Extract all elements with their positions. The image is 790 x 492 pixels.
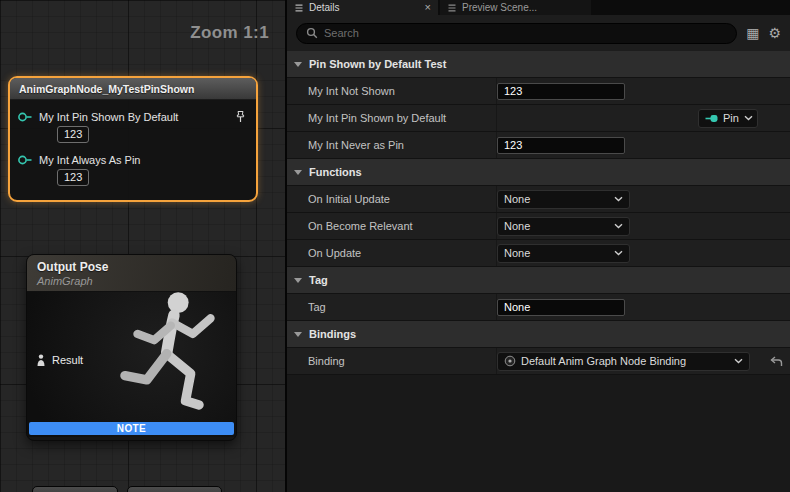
property-row: On Become Relevant None xyxy=(287,213,790,240)
binding-dropdown[interactable]: Default Anim Graph Node Binding xyxy=(497,352,750,371)
section-header[interactable]: Pin Shown by Default Test xyxy=(287,51,790,78)
dropdown-value: None xyxy=(504,247,530,259)
partial-node[interactable] xyxy=(127,486,222,492)
node-title: Output Pose xyxy=(37,260,226,274)
int-value-input[interactable] xyxy=(497,83,625,100)
property-row: My Int Pin Shown by Default Pin xyxy=(287,105,790,132)
section-title: Functions xyxy=(309,166,362,178)
function-dropdown[interactable]: None xyxy=(497,217,630,236)
property-row: My Int Never as Pin xyxy=(287,132,790,159)
property-label: My Int Not Shown xyxy=(287,78,497,104)
property-matrix-icon[interactable]: ▦ xyxy=(746,26,759,40)
details-toolbar: ▦ ⚙ xyxy=(287,15,790,51)
thumbtack-icon[interactable] xyxy=(235,110,246,123)
pin-row[interactable]: My Int Always As Pin xyxy=(10,150,256,167)
reset-to-default-icon[interactable] xyxy=(770,356,783,367)
node-body: Result NOTE xyxy=(27,292,236,437)
zoom-indicator: Zoom 1:1 xyxy=(190,23,269,43)
int-pin-icon[interactable] xyxy=(17,111,33,123)
pin-value-input[interactable]: 123 xyxy=(57,126,89,143)
pin-mode-dropdown[interactable]: Pin xyxy=(698,109,758,128)
property-row: Binding Default Anim Graph Node Binding xyxy=(287,348,790,375)
section-title: Pin Shown by Default Test xyxy=(309,58,446,70)
note-badge[interactable]: NOTE xyxy=(29,422,234,435)
chevron-down-icon xyxy=(294,170,302,175)
property-label: On Initial Update xyxy=(287,186,497,212)
tab-label: Details xyxy=(309,2,340,13)
section-title: Bindings xyxy=(309,328,356,340)
property-label: On Become Relevant xyxy=(287,213,497,239)
section-title: Tag xyxy=(309,274,328,286)
output-node-header[interactable]: Output Pose AnimGraph xyxy=(27,255,236,292)
result-pin-label: Result xyxy=(52,354,83,366)
chevron-down-icon xyxy=(614,250,623,256)
anim-graph-canvas[interactable]: Zoom 1:1 AnimGraphNode_MyTestPinShown My… xyxy=(0,0,285,492)
tab-preview-scene[interactable]: Preview Scene... xyxy=(440,0,591,15)
search-box[interactable] xyxy=(296,23,737,44)
pin-icon xyxy=(705,114,718,123)
result-pin[interactable]: Result xyxy=(36,354,83,366)
unreal-anim-editor: Zoom 1:1 AnimGraphNode_MyTestPinShown My… xyxy=(0,0,790,492)
pin-row[interactable]: My Int Pin Shown By Default xyxy=(10,106,256,124)
chevron-down-icon xyxy=(744,115,753,121)
node-body: My Int Pin Shown By Default 123 My Int A… xyxy=(10,100,256,200)
node-title[interactable]: AnimGraphNode_MyTestPinShown xyxy=(10,78,256,100)
search-icon xyxy=(306,27,318,39)
partial-node[interactable] xyxy=(32,486,118,492)
search-input[interactable] xyxy=(324,27,727,39)
chevron-down-icon xyxy=(294,332,302,337)
node-subtitle: AnimGraph xyxy=(37,275,226,287)
close-icon[interactable]: × xyxy=(425,2,431,13)
tab-label: Preview Scene... xyxy=(462,2,537,13)
section-header[interactable]: Functions xyxy=(287,159,790,186)
details-tab-icon xyxy=(294,3,304,13)
property-list: Pin Shown by Default Test My Int Not Sho… xyxy=(287,51,790,492)
details-panel: Details × Preview Scene... ▦ ⚙ xyxy=(285,0,790,492)
property-label: My Int Never as Pin xyxy=(287,132,497,158)
section-header[interactable]: Bindings xyxy=(287,321,790,348)
panel-tab-bar: Details × Preview Scene... xyxy=(287,0,790,15)
property-label: My Int Pin Shown by Default xyxy=(287,105,497,131)
mannequin-image xyxy=(110,288,237,434)
dropdown-value: Default Anim Graph Node Binding xyxy=(521,355,686,367)
tag-input[interactable] xyxy=(497,299,625,316)
property-row: My Int Not Shown xyxy=(287,78,790,105)
binding-icon xyxy=(504,355,516,367)
chevron-down-icon xyxy=(294,278,302,283)
property-row: On Update None xyxy=(287,240,790,267)
chevron-down-icon xyxy=(734,358,743,364)
pose-pin-icon[interactable] xyxy=(36,354,46,366)
int-pin-icon[interactable] xyxy=(17,154,33,166)
property-row: Tag xyxy=(287,294,790,321)
tab-details[interactable]: Details × xyxy=(287,0,438,15)
dropdown-value: Pin xyxy=(723,112,739,124)
anim-graph-node-selected[interactable]: AnimGraphNode_MyTestPinShown My Int Pin … xyxy=(8,76,258,202)
property-label: Tag xyxy=(287,294,497,320)
output-pose-node[interactable]: Output Pose AnimGraph xyxy=(26,254,237,441)
chevron-down-icon xyxy=(614,196,623,202)
function-dropdown[interactable]: None xyxy=(497,190,630,209)
pin-label: My Int Pin Shown By Default xyxy=(39,111,178,123)
pin-label: My Int Always As Pin xyxy=(39,154,140,166)
chevron-down-icon xyxy=(294,62,302,67)
property-row: On Initial Update None xyxy=(287,186,790,213)
dropdown-value: None xyxy=(504,193,530,205)
section-header[interactable]: Tag xyxy=(287,267,790,294)
dropdown-value: None xyxy=(504,220,530,232)
settings-gear-icon[interactable]: ⚙ xyxy=(768,26,781,40)
chevron-down-icon xyxy=(614,223,623,229)
int-value-input[interactable] xyxy=(497,137,625,154)
property-label: Binding xyxy=(287,348,497,374)
pin-value-input[interactable]: 123 xyxy=(57,169,89,186)
property-label: On Update xyxy=(287,240,497,266)
function-dropdown[interactable]: None xyxy=(497,244,630,263)
preview-tab-icon xyxy=(447,3,457,13)
